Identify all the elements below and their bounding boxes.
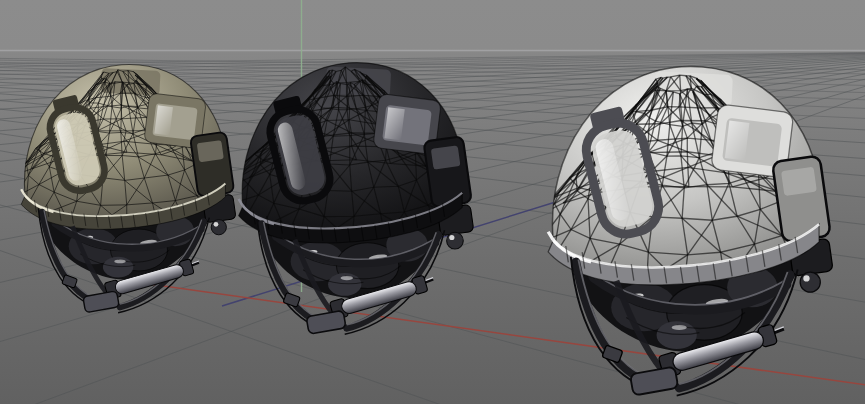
- strap-buckle: [283, 293, 300, 308]
- scene-canvas: [0, 0, 865, 404]
- back-knob: [211, 220, 226, 235]
- chin-cup: [306, 310, 346, 334]
- strap-buckle: [602, 345, 623, 363]
- back-knob: [800, 272, 820, 292]
- chin-cup: [83, 291, 119, 313]
- back-knob: [447, 232, 464, 249]
- viewport-3d[interactable]: [0, 0, 865, 404]
- chin-cup: [630, 367, 678, 396]
